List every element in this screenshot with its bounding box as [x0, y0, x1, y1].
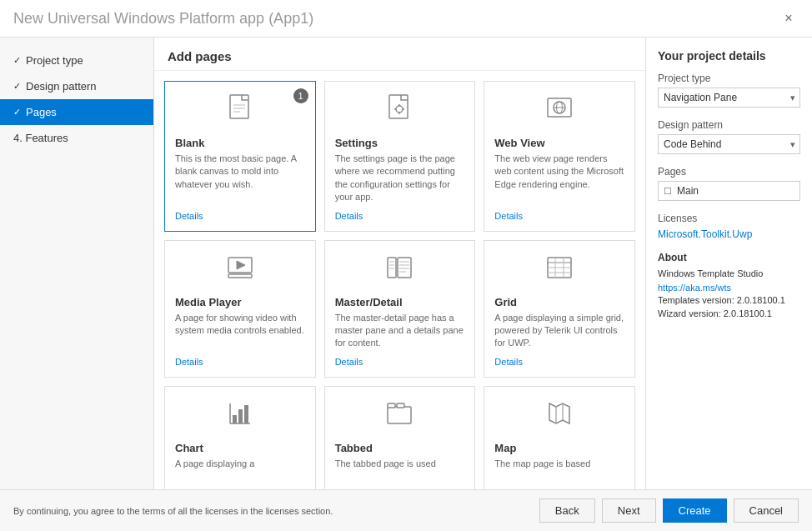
sidebar-item-design-pattern[interactable]: ✓ Design pattern — [0, 73, 153, 99]
pages-section: Pages ☐ Main — [658, 166, 800, 201]
svg-rect-14 — [398, 258, 411, 278]
design-pattern-select[interactable]: Code Behind — [658, 134, 800, 154]
page-card-grid[interactable]: Grid A page displaying a simple grid, po… — [484, 240, 635, 378]
page-icon: ☐ — [664, 186, 672, 197]
webview-icon — [494, 92, 624, 130]
page-card-desc-mediaplayer: A page for showing video with system med… — [175, 312, 305, 350]
page-card-blank[interactable]: Blank This is the most basic page. A bla… — [164, 81, 316, 232]
page-card-title-settings: Settings — [335, 137, 465, 149]
sidebar-item-features[interactable]: 4. Features — [0, 125, 153, 151]
page-card-mediaplayer[interactable]: Media Player A page for showing video wi… — [164, 240, 316, 378]
page-card-desc-masterdetail: The master-detail page has a master pane… — [335, 312, 465, 350]
svg-rect-33 — [388, 407, 411, 423]
page-card-details-webview[interactable]: Details — [494, 211, 624, 221]
about-link[interactable]: https://aka.ms/wts — [658, 283, 731, 293]
bottom-bar-text: By continuing, you agree to the terms of… — [13, 506, 333, 516]
right-panel-heading: Your project details — [658, 49, 800, 63]
right-panel: Your project details Project type Naviga… — [645, 38, 812, 489]
project-type-select[interactable]: Navigation Pane — [658, 88, 800, 108]
grid-icon — [494, 251, 624, 289]
page-card-details-settings[interactable]: Details — [335, 211, 465, 221]
create-button[interactable]: Create — [663, 498, 727, 523]
page-card-tabbed[interactable]: Tabbed The tabbed page is used Details — [324, 386, 476, 489]
page-card-webview[interactable]: Web View The web view page renders web c… — [484, 81, 635, 232]
mediaplayer-icon — [175, 251, 305, 289]
next-button[interactable]: Next — [602, 498, 656, 523]
design-pattern-section: Design pattern Code Behind — [658, 119, 800, 154]
cancel-button[interactable]: Cancel — [734, 498, 799, 523]
check-icon: ✓ — [13, 81, 21, 92]
about-heading: About — [658, 252, 800, 263]
page-card-title-mediaplayer: Media Player — [175, 296, 305, 308]
page-card-title-masterdetail: Master/Detail — [335, 296, 465, 308]
about-title: Windows Template Studio — [658, 267, 800, 281]
page-card-desc-webview: The web view page renders web content us… — [494, 153, 624, 204]
svg-rect-4 — [389, 95, 408, 118]
page-card-desc-chart: A page displaying a — [175, 458, 305, 489]
close-button[interactable]: × — [779, 8, 799, 28]
map-icon — [494, 397, 624, 435]
page-card-desc-blank: This is the most basic page. A blank can… — [175, 153, 305, 204]
page-card-details-blank[interactable]: Details — [175, 211, 305, 221]
masterdetail-icon — [335, 251, 465, 289]
svg-marker-36 — [549, 403, 569, 423]
svg-rect-30 — [233, 415, 237, 423]
page-card-details-masterdetail[interactable]: Details — [335, 357, 465, 367]
page-card-title-blank: Blank — [175, 137, 305, 149]
page-card-map[interactable]: Map The map page is based Details — [484, 386, 635, 489]
svg-rect-35 — [397, 403, 404, 408]
content-area: Add pages Blank This is th — [154, 38, 645, 489]
title-bar: New Universal Windows Platform app (App1… — [0, 0, 812, 38]
blank-icon — [175, 92, 305, 130]
bottom-bar-buttons: Back Next Create Cancel — [539, 498, 799, 523]
svg-rect-32 — [244, 405, 248, 423]
page-card-desc-grid: A page displaying a simple grid, powered… — [494, 312, 624, 350]
licenses-link[interactable]: Microsoft.Toolkit.Uwp — [658, 228, 752, 240]
page-card-chart[interactable]: Chart A page displaying a Details — [164, 386, 316, 489]
page-card-desc-map: The map page is based — [494, 458, 624, 489]
main-area: ✓ Project type ✓ Design pattern ✓ Pages … — [0, 38, 812, 489]
svg-rect-0 — [230, 95, 248, 118]
project-type-section: Project type Navigation Pane — [658, 73, 800, 108]
page-card-desc-tabbed: The tabbed page is used — [335, 458, 465, 489]
page-card-masterdetail[interactable]: Master/Detail The master-detail page has… — [324, 240, 476, 378]
back-button[interactable]: Back — [539, 498, 595, 523]
bottom-bar: By continuing, you agree to the terms of… — [0, 489, 812, 531]
dialog-title: New Universal Windows Platform app (App1… — [13, 10, 313, 28]
pages-grid: Blank This is the most basic page. A bla… — [164, 81, 635, 489]
tabbed-icon — [335, 397, 465, 435]
pages-label: Pages — [658, 166, 800, 178]
about-section: About Windows Template Studio https://ak… — [658, 252, 800, 321]
content-header: Add pages — [154, 38, 645, 71]
design-pattern-select-wrapper[interactable]: Code Behind — [658, 134, 800, 154]
pages-list: ☐ Main — [658, 181, 800, 201]
check-icon: ✓ — [13, 55, 21, 66]
wizard-version: Wizard version: 2.0.18100.1 — [658, 307, 800, 321]
badge-blank: 1 — [293, 88, 308, 103]
sidebar-item-pages[interactable]: ✓ Pages — [0, 99, 153, 125]
sidebar-item-project-type[interactable]: ✓ Project type — [0, 48, 153, 73]
licenses-label: Licenses — [658, 213, 800, 224]
licenses-section: Licenses Microsoft.Toolkit.Uwp — [658, 213, 800, 240]
page-card-title-grid: Grid — [494, 296, 624, 308]
page-card-title-tabbed: Tabbed — [335, 442, 465, 454]
page-card-settings[interactable]: Settings The settings page is the page w… — [324, 81, 476, 232]
settings-icon — [335, 92, 465, 130]
project-type-select-wrapper[interactable]: Navigation Pane — [658, 88, 800, 108]
svg-rect-11 — [228, 274, 252, 278]
page-card-title-map: Map — [494, 442, 624, 454]
svg-rect-34 — [388, 403, 395, 408]
page-card-title-webview: Web View — [494, 137, 624, 149]
page-card-details-mediaplayer[interactable]: Details — [175, 357, 305, 367]
svg-rect-31 — [238, 409, 243, 423]
pages-list-value: Main — [677, 185, 699, 197]
page-card-title-chart: Chart — [175, 442, 305, 454]
check-icon: ✓ — [13, 107, 21, 118]
project-type-label: Project type — [658, 73, 800, 84]
page-card-details-grid[interactable]: Details — [494, 357, 624, 367]
page-card-desc-settings: The settings page is the page where we r… — [335, 153, 465, 204]
pages-grid-container[interactable]: Blank This is the most basic page. A bla… — [154, 71, 645, 489]
design-pattern-label: Design pattern — [658, 119, 800, 131]
templates-version: Templates version: 2.0.18100.1 — [658, 293, 800, 308]
chart-icon — [175, 397, 305, 435]
